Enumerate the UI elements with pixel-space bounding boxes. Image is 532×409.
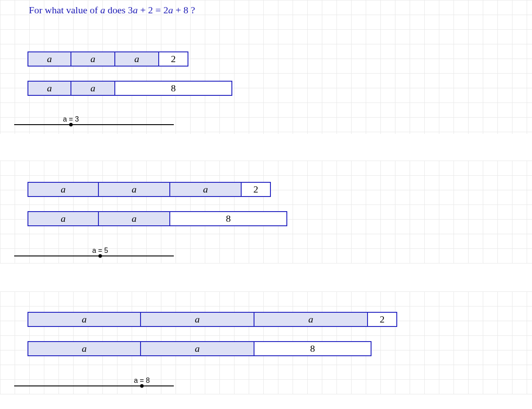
bar-segment-constant: 2 (368, 312, 397, 327)
question-var: a (133, 4, 138, 16)
bar-segment-a: a (27, 51, 71, 67)
slider-track (14, 385, 174, 386)
bar-segment-a: a (71, 51, 115, 67)
bar-segment-constant: 8 (115, 81, 232, 96)
slider-handle[interactable] (140, 384, 144, 388)
slider-label: a = 8 (134, 377, 150, 385)
bar-segment-a: a (71, 81, 115, 96)
bar-segment-constant: 8 (170, 211, 287, 226)
slider-label: a = 3 (63, 115, 79, 123)
bar-segment-a: a (170, 182, 242, 197)
slider[interactable]: a = 5 (0, 256, 222, 260)
slider-handle[interactable] (98, 254, 102, 258)
slider-track (14, 256, 174, 256)
bar-row-expr2: aa8 (27, 81, 232, 96)
bar-segment-a: a (27, 341, 141, 356)
bar-row-expr2: aa8 (27, 341, 372, 356)
question-var: a (168, 4, 173, 16)
slider[interactable]: a = 8 (0, 385, 222, 390)
bar-segment-a: a (27, 81, 71, 96)
bar-segment-constant: 2 (242, 182, 271, 197)
question-text: For what value of a does 3a + 2 = 2a + 8… (29, 4, 195, 16)
slider-label: a = 5 (92, 247, 108, 255)
bar-segment-a: a (254, 312, 368, 327)
slider-track (14, 124, 174, 125)
bar-segment-a: a (27, 312, 141, 327)
slider-handle[interactable] (69, 123, 73, 126)
bar-segment-a: a (99, 182, 170, 197)
bar-row-expr1: aaa2 (27, 182, 271, 197)
bar-row-expr1: aaa2 (27, 51, 188, 67)
bar-segment-a: a (141, 341, 254, 356)
page: For what value of a does 3a + 2 = 2a + 8… (0, 0, 532, 409)
question-var: a (100, 4, 105, 16)
bar-row-expr1: aaa2 (27, 312, 397, 327)
slider[interactable]: a = 3 (0, 124, 222, 129)
bar-segment-a: a (27, 182, 99, 197)
bar-row-expr2: aa8 (27, 211, 287, 226)
bar-segment-a: a (99, 211, 170, 226)
bar-segment-a: a (115, 51, 159, 67)
bar-segment-constant: 8 (254, 341, 372, 356)
bar-segment-a: a (141, 312, 254, 327)
bar-segment-constant: 2 (159, 51, 188, 67)
grid-background (0, 0, 532, 134)
bar-segment-a: a (27, 211, 99, 226)
